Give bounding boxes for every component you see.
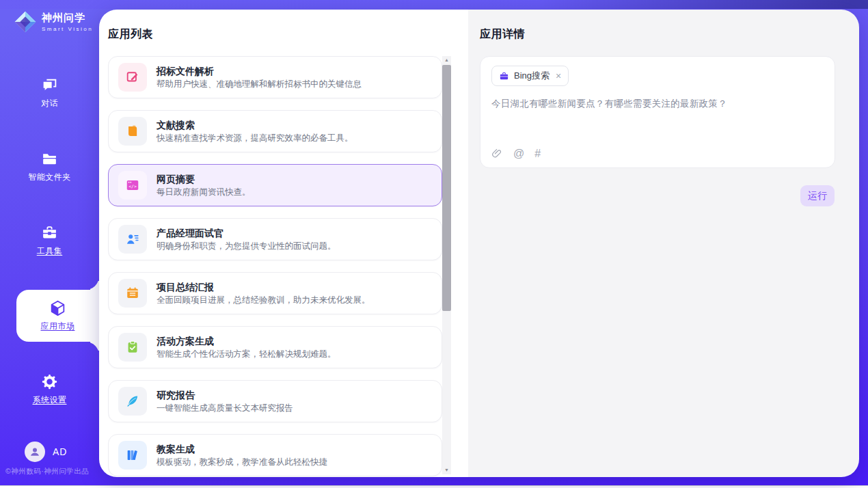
calendar-report-icon: [125, 286, 140, 301]
app-icon-tile: [118, 117, 147, 146]
content-panel: 应用列表 招标文件解析 帮助用户快速、准确地理解和解析招标书中的关键信息 文献搜…: [99, 10, 859, 477]
app-card-name: 产品经理面试官: [157, 228, 336, 238]
brand-tagline: Smart Vision: [42, 26, 93, 32]
sidebar: 神州问学 Smart Vision 对话 智能文件夹 工具集 应用市场 系统设置…: [0, 0, 99, 486]
avatar[interactable]: [25, 442, 45, 462]
sidebar-item-smart-folder[interactable]: 智能文件夹: [0, 148, 99, 186]
folder-icon: [41, 150, 58, 167]
sidebar-item-toolset[interactable]: 工具集: [0, 221, 99, 260]
doc-edit-icon: [125, 70, 140, 85]
browser-code-icon: [125, 178, 140, 193]
app-card[interactable]: 招标文件解析 帮助用户快速、准确地理解和解析招标书中的关键信息: [108, 56, 442, 98]
mention-icon[interactable]: @: [513, 148, 524, 159]
prompt-toolbar: @ #: [491, 148, 541, 159]
book-icon: [125, 124, 140, 139]
sidebar-item-app-market[interactable]: 应用市场: [16, 290, 99, 342]
interviewer-icon: [125, 232, 140, 247]
app-card[interactable]: 研究报告 一键智能生成高质量长文本研究报告: [108, 380, 442, 422]
tag-close-icon[interactable]: ×: [556, 71, 561, 81]
user-initials: AD: [53, 446, 67, 457]
app-card[interactable]: 文献搜索 快速精准查找学术资源，提高研究效率的必备工具。: [108, 110, 442, 152]
run-button[interactable]: 运行: [800, 185, 835, 206]
app-detail-panel: 应用详情 Bing搜索 × 今日湖北有哪些新闻要点？有哪些需要关注的最新政策？ …: [468, 10, 859, 477]
app-card[interactable]: 网页摘要 每日政府新闻资讯快查。: [108, 164, 442, 206]
app-card-desc: 明确身份和职责，为您提供专业性的面试问题。: [157, 242, 336, 251]
sidebar-item-chat[interactable]: 对话: [0, 74, 99, 112]
app-card-desc: 快速精准查找学术资源，提高研究效率的必备工具。: [157, 134, 353, 143]
toolbox-icon: [41, 224, 58, 241]
app-list-title: 应用列表: [108, 27, 153, 42]
app-card[interactable]: 活动方案生成 智能生成个性化活动方案，轻松解决规划难题。: [108, 326, 442, 368]
app-card-desc: 智能生成个性化活动方案，轻松解决规划难题。: [157, 350, 336, 359]
scrollbar-thumb[interactable]: [442, 65, 451, 311]
app-card-name: 活动方案生成: [157, 336, 336, 346]
app-detail-title: 应用详情: [480, 27, 525, 42]
briefcase-icon: [499, 71, 509, 81]
app-list-scrollbar[interactable]: ▲ ▼: [442, 56, 451, 474]
sidebar-item-label: 应用市场: [41, 321, 75, 332]
app-card[interactable]: 产品经理面试官 明确身份和职责，为您提供专业性的面试问题。: [108, 218, 442, 260]
app-icon-tile: [118, 333, 147, 362]
gear-icon: [41, 373, 58, 390]
scroll-up-icon[interactable]: ▲: [444, 56, 449, 64]
app-card-name: 网页摘要: [157, 174, 251, 184]
sidebar-item-label: 智能文件夹: [28, 172, 71, 183]
sidebar-item-label: 工具集: [37, 245, 63, 257]
app-icon-tile: [118, 225, 147, 254]
quill-icon: [125, 394, 140, 409]
app-card-desc: 全面回顾项目进展，总结经验教训，助力未来优化发展。: [157, 296, 370, 305]
app-card-name: 招标文件解析: [157, 66, 362, 76]
copyright-footer: ©神州数码·神州问学出品: [5, 467, 89, 476]
app-icon-tile: [118, 441, 147, 470]
cube-icon: [49, 299, 66, 316]
prompt-card: Bing搜索 × 今日湖北有哪些新闻要点？有哪些需要关注的最新政策？ @ #: [480, 56, 835, 168]
app-list: 招标文件解析 帮助用户快速、准确地理解和解析招标书中的关键信息 文献搜索 快速精…: [108, 56, 442, 477]
brand-diamond-icon: [14, 10, 37, 33]
user-icon: [29, 446, 41, 458]
app-card-name: 文献搜索: [157, 120, 353, 130]
app-card-desc: 模板驱动，教案秒成，教学准备从此轻松快捷: [157, 458, 327, 467]
prompt-input[interactable]: 今日湖北有哪些新闻要点？有哪些需要关注的最新政策？: [491, 98, 824, 110]
paperclip-icon[interactable]: [491, 148, 503, 159]
app-card-desc: 一键智能生成高质量长文本研究报告: [157, 404, 293, 413]
window-top-band: [0, 0, 868, 9]
brand-name: 神州问学: [42, 12, 93, 25]
app-icon-tile: [118, 171, 147, 200]
user-account[interactable]: AD: [25, 442, 67, 462]
books-icon: [125, 448, 140, 463]
app-card[interactable]: 项目总结汇报 全面回顾项目进展，总结经验教训，助力未来优化发展。: [108, 272, 442, 314]
tool-tag-label: Bing搜索: [514, 70, 550, 82]
app-window: 神州问学 Smart Vision 对话 智能文件夹 工具集 应用市场 系统设置…: [0, 0, 868, 488]
hashtag-icon[interactable]: #: [534, 148, 541, 159]
clipboard-check-icon: [125, 340, 140, 355]
app-card-name: 项目总结汇报: [157, 282, 370, 292]
app-card-name: 教案生成: [157, 444, 327, 454]
app-card-desc: 每日政府新闻资讯快查。: [157, 188, 251, 197]
brand-logo: 神州问学 Smart Vision: [14, 10, 93, 33]
app-icon-tile: [118, 387, 147, 416]
sidebar-item-label: 系统设置: [33, 394, 67, 406]
chat-icon: [41, 77, 58, 94]
app-icon-tile: [118, 63, 147, 92]
app-card-name: 研究报告: [157, 390, 293, 400]
app-icon-tile: [118, 279, 147, 308]
app-card-desc: 帮助用户快速、准确地理解和解析招标书中的关键信息: [157, 80, 362, 89]
scroll-down-icon[interactable]: ▼: [444, 466, 449, 474]
sidebar-item-settings[interactable]: 系统设置: [0, 370, 99, 409]
app-card[interactable]: 教案生成 模板驱动，教案秒成，教学准备从此轻松快捷: [108, 434, 442, 476]
app-list-panel: 应用列表 招标文件解析 帮助用户快速、准确地理解和解析招标书中的关键信息 文献搜…: [99, 10, 468, 477]
tool-tag-bing-search[interactable]: Bing搜索 ×: [491, 66, 569, 86]
sidebar-item-label: 对话: [41, 98, 58, 109]
